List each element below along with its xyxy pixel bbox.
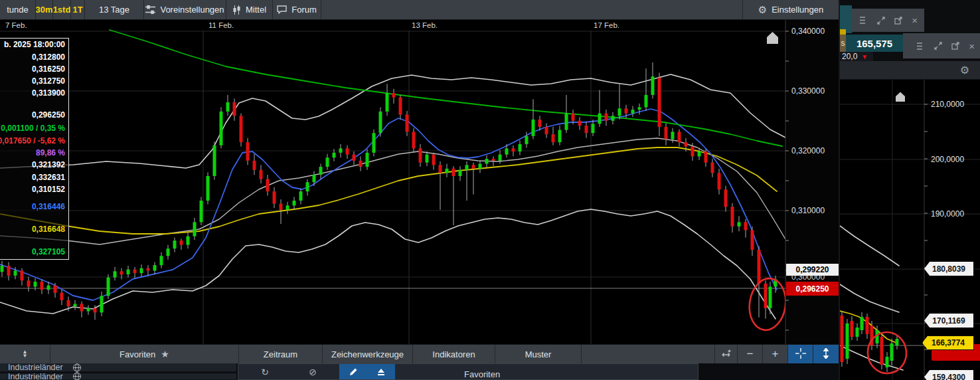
- sort-button[interactable]: ▲▼: [0, 345, 50, 363]
- toolbar-label: 1T: [72, 5, 82, 15]
- watchlist-item[interactable]: Industrieländer: [0, 363, 236, 372]
- tab-muster[interactable]: Muster: [495, 345, 582, 363]
- candle-body: [631, 110, 635, 114]
- date-axis-label: 13 Feb.: [412, 21, 438, 29]
- tab-zeichenwerkzeuge[interactable]: Zeichenwerkzeuge: [323, 345, 413, 363]
- candle-body: [638, 107, 641, 110]
- toolbar-item-forum[interactable]: Forum: [273, 0, 321, 19]
- candle-body: [80, 304, 84, 311]
- crosshair-button[interactable]: [788, 345, 813, 363]
- open-in-new-icon[interactable]: [894, 17, 902, 25]
- data-window[interactable]: b. 2025 18:00:000,3128000,3162500,312750…: [0, 38, 69, 260]
- candle-body: [306, 182, 309, 191]
- candle-body: [492, 159, 495, 161]
- toolbar-item-1t[interactable]: 1T: [71, 0, 85, 19]
- candle-body: [7, 266, 11, 276]
- toolbar-item-einstellungen[interactable]: ⚙ Einstellungen: [742, 0, 839, 19]
- candle-body: [519, 144, 522, 151]
- candle-body: [359, 161, 363, 167]
- candle-body: [107, 278, 110, 296]
- data-window-value: -0,017650 / -5,62 %: [0, 136, 65, 145]
- candle-body: [114, 271, 117, 277]
- candle-body: [860, 317, 864, 330]
- main-chart-canvas[interactable]: 7 Feb.11 Feb.13 Feb.17 Feb.0,3400000,330…: [0, 0, 839, 380]
- watchlist-label: Industrieländer: [0, 372, 63, 380]
- background-yellow-fragment: [840, 29, 846, 35]
- candle-body: [87, 308, 90, 312]
- candle-body: [200, 201, 203, 222]
- pencil-button[interactable]: [339, 364, 367, 379]
- globe-icon: [72, 363, 82, 372]
- candle-body: [206, 176, 210, 201]
- toolbar-label: Mittel: [246, 5, 266, 15]
- candle-body: [758, 250, 761, 284]
- watchlist-item[interactable]: Industrieländer: [0, 373, 236, 380]
- toolbar-item-1std[interactable]: 1std: [53, 0, 71, 19]
- expand-icon[interactable]: [877, 17, 885, 25]
- toolbar-item-30m[interactable]: 30m: [36, 0, 53, 19]
- candle-body: [552, 134, 555, 142]
- toolbar-label: tunde: [7, 5, 29, 15]
- price-marker-tag: 159,4300: [924, 370, 973, 380]
- zoom-out-button[interactable]: −: [738, 345, 763, 363]
- tab-label: Zeichenwerkzeuge: [331, 349, 404, 359]
- candle-body: [386, 93, 389, 112]
- window-header: ×: [903, 33, 980, 58]
- candle-body: [74, 304, 77, 306]
- close-icon[interactable]: ×: [969, 41, 975, 51]
- candle-body: [339, 148, 343, 152]
- candle-body: [558, 130, 562, 143]
- candle-body: [485, 159, 489, 163]
- drawing-strip-fragment: ↻ ⊘ Favoriten: [238, 363, 698, 380]
- candle-body: [127, 270, 130, 274]
- expand-icon[interactable]: [934, 42, 942, 50]
- candle-body: [326, 157, 329, 167]
- toolbar-label: 1std: [53, 5, 70, 15]
- data-window-value: 0,316250: [32, 64, 65, 74]
- auto-scale-button[interactable]: [715, 345, 738, 363]
- move-scale-icon: [721, 349, 731, 360]
- candle-body: [366, 153, 369, 167]
- down-triangle-icon: ▼: [861, 53, 868, 60]
- data-window-value: 0,332631: [32, 173, 65, 182]
- candle-body: [147, 268, 150, 271]
- candle-body: [479, 164, 482, 169]
- toolbar-label: Forum: [291, 5, 317, 15]
- price-axis-label: 0,310000: [791, 206, 825, 215]
- candle-body: [167, 248, 170, 256]
- vertical-arrows-icon: [822, 348, 830, 361]
- data-window-value: 0,296250: [32, 110, 65, 120]
- candle-body: [880, 337, 884, 365]
- star-icon: ★: [161, 349, 169, 359]
- toolbar-item-stunde[interactable]: tunde: [0, 0, 36, 19]
- tab-indikatoren[interactable]: Indikatoren: [413, 345, 495, 363]
- tab-label: Muster: [525, 349, 552, 359]
- data-window-value: 0,312750: [32, 76, 65, 86]
- candle-body: [769, 287, 772, 308]
- open-in-new-icon[interactable]: [951, 42, 959, 50]
- toolbar-item-mittel[interactable]: Mittel: [226, 0, 273, 19]
- candle-body: [465, 165, 469, 169]
- quote-fragment-label: s: [840, 35, 846, 52]
- refresh-icon[interactable]: ↻: [252, 367, 278, 377]
- gear-icon[interactable]: ⚙: [960, 64, 969, 76]
- mini-chart-canvas[interactable]: 210,0000200,0000190,0000: [840, 80, 980, 380]
- toolbar-item-13-tage[interactable]: 13 Tage: [85, 0, 144, 19]
- zoom-in-button[interactable]: +: [763, 345, 788, 363]
- vertical-scale-button[interactable]: [813, 345, 839, 363]
- tab-zeitraum[interactable]: Zeitraum: [239, 345, 323, 363]
- candle-body: [618, 108, 621, 116]
- tab-favoriten[interactable]: Favoriten ★: [50, 345, 239, 363]
- list-icon[interactable]: [859, 16, 868, 25]
- data-window-value: 0,313900: [32, 88, 65, 98]
- close-icon[interactable]: ×: [912, 15, 918, 25]
- candle-body: [724, 189, 728, 207]
- candle-body: [47, 286, 50, 290]
- toolbar-item-voreinstellungen[interactable]: Voreinstellungen: [144, 0, 226, 19]
- secondary-chart-panel: × s 165,575 20,0 ▼ × ⚙ 210,0000200,00001…: [839, 0, 980, 380]
- list-icon[interactable]: [916, 42, 925, 50]
- eject-button[interactable]: [367, 364, 395, 379]
- candle-body: [180, 240, 183, 244]
- no-entry-icon[interactable]: ⊘: [299, 367, 326, 377]
- candle-body: [280, 204, 283, 210]
